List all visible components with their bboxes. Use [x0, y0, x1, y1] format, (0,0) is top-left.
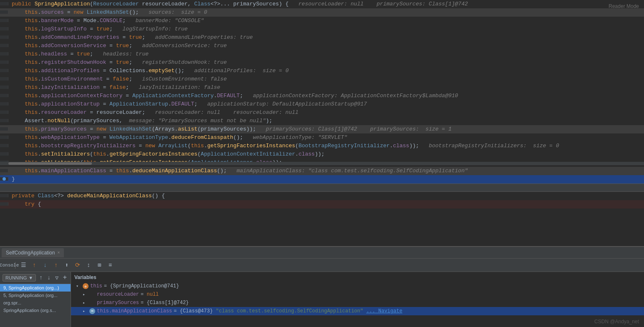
console-label: Console [0, 263, 19, 268]
line-content: try { [8, 200, 644, 209]
filter-button[interactable]: ▽ [54, 274, 60, 282]
line-indicator [3, 2, 6, 5]
line-indicator [3, 119, 6, 122]
stack-frame-item[interactable]: 5, SpringApplication (org... [0, 292, 71, 299]
expand-arrow-icon[interactable]: ▸ [83, 300, 88, 305]
line-indicator [3, 111, 6, 114]
line-content: this.additionalProfiles = Collections.em… [8, 67, 644, 75]
variables-header: Variables [71, 274, 644, 282]
code-line: this.addCommandLineProperties = true; ad… [0, 33, 644, 42]
line-content: this.applicationContextFactory = Applica… [8, 92, 644, 100]
stack-frame-item[interactable]: org.spr... [0, 299, 71, 307]
line-gutter [0, 52, 8, 55]
line-indicator [3, 127, 6, 131]
code-line: this.bannerMode = Mode.CONSOLE; bannerMo… [0, 17, 644, 25]
code-line: this.additionalProfiles = Collections.em… [0, 67, 644, 75]
code-line: this.webApplicationType = WebApplication… [0, 133, 644, 142]
line-indicator [3, 60, 6, 64]
code-line: public SpringApplication(ResourceLoader … [0, 0, 644, 8]
line-indicator [3, 169, 6, 172]
stack-frames: 9, SpringApplication (org...)5, SpringAp… [0, 284, 71, 314]
expand-arrow-icon[interactable]: ▸ [83, 292, 88, 297]
line-indicator [3, 202, 6, 206]
line-content: Assert.notNull(primarySources, message: … [8, 117, 644, 125]
variables-list: ▾ o this = {SpringApplication@741} ▸ res… [71, 282, 644, 315]
line-gutter [0, 144, 8, 147]
infinity-icon: ∞ [89, 308, 95, 314]
grid-button[interactable]: ⊞ [95, 261, 104, 270]
running-dropdown[interactable]: RUNNING ▼ [3, 274, 36, 282]
line-indicator [3, 44, 6, 47]
var-name-label: primarySources [97, 300, 139, 306]
variable-row[interactable]: ▸ resourceLoader = null [71, 290, 644, 299]
horizontal-scrollbar[interactable] [0, 162, 644, 165]
line-gutter [0, 177, 8, 181]
download-button[interactable]: ↓ [41, 261, 50, 270]
list-button[interactable]: ☰ [19, 261, 28, 270]
variable-row[interactable]: ▾ o this = {SpringApplication@741} [71, 282, 644, 290]
line-gutter [0, 35, 8, 39]
line-gutter [0, 44, 8, 47]
console-button[interactable]: ▶ Console [3, 261, 12, 270]
line-indicator [3, 52, 6, 55]
code-line: } [0, 175, 644, 184]
line-indicator [3, 86, 6, 89]
tab-close-icon[interactable]: × [57, 250, 60, 255]
line-indicator [3, 152, 6, 156]
code-line: this.headless = true; headless: true [0, 50, 644, 58]
stack-frame-item[interactable]: SpringApplication (org.s... [0, 307, 71, 314]
expand-arrow-icon[interactable]: ▾ [76, 284, 81, 289]
stack-frame-item[interactable]: 9, SpringApplication (org...) [0, 284, 71, 292]
code-line: this.applicationContextFactory = Applica… [0, 92, 644, 100]
var-value-label: = {SpringApplication@741} [104, 283, 179, 289]
line-indicator [3, 27, 6, 30]
line-content: this.bannerMode = Mode.CONSOLE; bannerMo… [8, 17, 644, 25]
line-indicator [3, 102, 6, 106]
line-gutter [0, 152, 8, 156]
tab-bar: SelfCodingApplication × [0, 247, 644, 259]
line-gutter [0, 69, 8, 72]
debug-toolbar: ▶ Console ☰ ↑ ↓ ↑ ⬆ ⟳ ↕ ⊞ ≡ [0, 259, 644, 272]
line-indicator [3, 194, 6, 197]
line-gutter [0, 60, 8, 64]
line-gutter [0, 136, 8, 139]
code-line: this.lazyInitialization = false; lazyIni… [0, 83, 644, 92]
scrollbar-thumb[interactable] [8, 162, 92, 165]
expand-arrow-icon[interactable]: ▸ [83, 309, 88, 314]
step-up-button[interactable]: ↑ [38, 274, 44, 282]
line-gutter [0, 127, 8, 131]
code-editor: public SpringApplication(ResourceLoader … [0, 0, 644, 209]
sort-button[interactable]: ↕ [84, 261, 93, 270]
left-panel: RUNNING ▼ ↑ ↓ ▽ + 9, SpringApplication (… [0, 272, 71, 327]
upload-button[interactable]: ↑ [51, 261, 61, 270]
section-divider [0, 184, 644, 192]
menu-button[interactable]: ≡ [106, 261, 115, 270]
code-line: private Class<?> deduceMainApplicationCl… [0, 192, 644, 200]
code-line: this.resourceLoader = resourceLoader; re… [0, 108, 644, 117]
add-button[interactable]: + [62, 274, 68, 282]
tab-label: SelfCodingApplication [6, 250, 55, 256]
restore-button[interactable]: ↑ [30, 261, 39, 270]
line-content: this.resourceLoader = resourceLoader; re… [8, 108, 644, 117]
var-name-label: this.mainApplicationClass [97, 308, 172, 314]
code-line: this.bootstrapRegistryInitializers = new… [0, 142, 644, 150]
code-line: this.primarySources = new LinkedHashSet(… [0, 125, 644, 133]
line-gutter [0, 202, 8, 206]
variable-row[interactable]: ▸ ∞ this.mainApplicationClass = {Class@4… [71, 307, 644, 315]
variables-panel: Variables ▾ o this = {SpringApplication@… [71, 272, 644, 327]
step-down-button[interactable]: ↓ [46, 274, 52, 282]
line-content: this.logStartupInfo = true; logStartupIn… [8, 25, 644, 33]
upload2-button[interactable]: ⬆ [62, 261, 71, 270]
var-name-label: resourceLoader [97, 292, 139, 297]
code-line: this.sources = new LinkedHashSet(); sour… [0, 8, 644, 17]
line-gutter [0, 111, 8, 114]
line-content: this.addConversionService = true; addCon… [8, 42, 644, 50]
bottom-panel: SelfCodingApplication × ▶ Console ☰ ↑ ↓ … [0, 246, 644, 327]
toggle-button[interactable]: ⟳ [73, 261, 82, 270]
tab-selfcoding[interactable]: SelfCodingApplication × [2, 248, 64, 257]
line-content: } [8, 175, 644, 184]
code-line: this.registerShutdownHook = true; regist… [0, 58, 644, 67]
variable-row[interactable]: ▸ primarySources = {Class[1]@742} [71, 299, 644, 307]
line-content: private Class<?> deduceMainApplicationCl… [8, 192, 644, 200]
line-content: this.applicationStartup = ApplicationSta… [8, 100, 644, 108]
